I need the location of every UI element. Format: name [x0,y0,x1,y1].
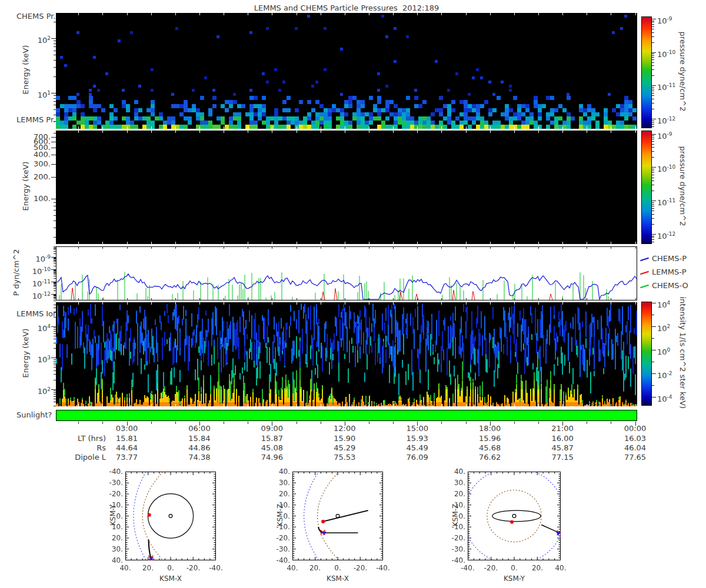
orbit-y-tick-label: -20. [263,533,290,543]
colorbar-minor-tick [652,22,654,22]
y-axis-minor-tick [54,76,56,77]
y-axis-minor-tick [54,392,56,393]
y-axis-minor-tick [54,177,56,178]
y-axis-major-tick [51,326,56,327]
y-axis-minor-tick [54,44,56,44]
time-axis-tick-label: 00:00 [617,423,654,434]
orbit-y-tick-label: -10. [438,522,465,532]
y-axis-minor-tick [54,51,56,51]
time-axis-tick [369,422,369,424]
colorbar-minor-tick [652,99,654,99]
y-axis-minor-tick [54,361,56,362]
time-axis-tick [248,422,248,424]
y-axis-minor-tick [54,317,56,318]
colorbar-tick-label: 10-4 [657,392,692,402]
y-axis-minor-tick [54,300,56,301]
plot-page: LEMMS and CHEMS Particle Pressures 2012:… [0,0,706,588]
colorbar-tick-label: 10-2 [657,368,692,379]
orbit-y-tick-label: 20. [438,489,465,499]
ephemeris-value: 77.65 [617,452,654,463]
colorbar-minor-tick [652,87,654,88]
orbit1-x-axis-title: KSM-X [302,574,373,583]
legend-label-chems-o: CHEMS-O [652,281,688,290]
colorbar-minor-tick [652,75,654,76]
ephemeris-value: 75.53 [326,452,364,463]
time-axis-tick [466,422,467,424]
colorbar-minor-tick [652,36,654,37]
y-axis-minor-tick [54,359,56,360]
y-axis-minor-tick [54,60,56,61]
y-axis-minor-tick [54,333,56,334]
colorbar-minor-tick [652,32,654,33]
y-axis-major-tick [51,199,56,199]
y-axis-minor-tick [54,374,56,375]
y-axis-minor-tick [54,115,56,115]
y-axis-minor-tick [54,298,56,298]
colorbar-tick-label: 10-12 [657,113,692,124]
y-axis-minor-tick [54,312,56,312]
lemms-ions-spectrogram [56,302,637,406]
orbit-y-tick-label: 30. [438,478,465,487]
y-axis-minor-tick [54,248,56,249]
colorbar-minor-tick [652,237,654,238]
legend-label-chems-p: CHEMS-P [652,254,687,263]
y-axis-minor-tick [54,148,56,148]
y-axis-minor-tick [54,260,56,261]
y-axis-minor-tick [54,299,56,299]
colorbar-tick-label: 10-9 [657,14,692,24]
y-axis-minor-tick [54,270,56,271]
colorbar-tick-label: 10-12 [657,229,692,239]
colorbar-minor-tick [652,338,654,339]
orbit-y-tick-label: 30. [96,544,123,554]
ions-colorbar [641,302,652,406]
y-axis-minor-tick [54,22,56,22]
y-axis-minor-tick [54,273,56,273]
colorbar-minor-tick [652,208,654,209]
ephemeris-value: 76.09 [398,452,436,463]
y-axis-minor-tick [54,101,56,102]
colorbar-minor-tick [652,191,654,191]
orbit-y-tick-label: 0. [263,512,290,521]
orbit-y-tick-label: -30. [438,544,465,554]
colorbar-minor-tick [652,157,654,158]
chems-pressure-spectrogram [56,13,637,129]
orbit-y-tick-label: 0. [96,512,123,521]
y-axis-tick-label: 103 [14,352,51,363]
orbit-plot-ksmx-ksmy [125,472,216,560]
colorbar-minor-tick [652,57,654,58]
legend-item: LEMMS-P [640,265,688,279]
y-axis-minor-tick [54,295,56,295]
orbit-y-tick-label: 10. [438,500,465,510]
y-axis-tick-label: 100. [14,193,51,204]
y-axis-minor-tick [54,276,56,276]
y-axis-minor-tick [54,210,56,211]
colorbar-minor-tick [652,242,654,242]
colorbar-minor-tick [652,121,654,121]
colorbar-minor-tick [652,224,654,225]
ephemeris-value: 74.96 [253,452,291,463]
orbit-x-tick-label: 40. [547,563,575,573]
colorbar-minor-tick [652,91,654,91]
y-axis-minor-tick [54,308,56,308]
y-axis-minor-tick [54,246,56,247]
page-title: LEMMS and CHEMS Particle Pressures 2012:… [0,4,693,12]
time-axis-tick [321,422,321,424]
chems-colorbar [641,16,652,128]
panel-label-chems: CHEMS Pr. [16,12,56,21]
pressure-line-chart [56,246,637,300]
y-axis-minor-tick [54,290,56,291]
y-axis-minor-tick [54,285,56,286]
time-axis-tick [441,422,442,424]
colorbar-minor-tick [652,135,654,136]
y-axis-minor-tick [54,202,56,203]
colorbar-minor-tick [652,178,654,178]
colorbar-minor-tick [652,124,654,125]
colorbar-minor-tick [652,29,654,29]
time-axis-tick [102,422,103,424]
y-axis-minor-tick [54,105,56,105]
colorbar-minor-tick [652,95,654,96]
colorbar-minor-tick [652,24,654,25]
y-axis-minor-tick [54,258,56,258]
time-axis-tick-label: 12:00 [326,423,364,434]
orbit-y-tick-label: 40. [438,467,465,476]
